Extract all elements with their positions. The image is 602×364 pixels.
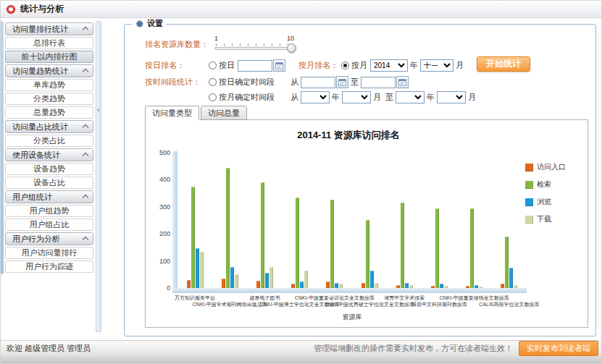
bar [200, 252, 204, 288]
slider-handle[interactable] [287, 43, 296, 53]
sidebar-item[interactable]: 设备占比 [5, 177, 93, 189]
y-tick-label: 500 [150, 149, 170, 156]
sidebar-item[interactable]: 单库趋势 [5, 79, 93, 91]
legend-label: 浏览 [537, 197, 551, 207]
bar [330, 200, 334, 288]
chevron-up-icon [83, 27, 88, 33]
pm-year-suffix: 年 [332, 92, 340, 103]
plot-area: 0100200300400500 [177, 153, 527, 288]
tab-active[interactable]: 访问量类型 [145, 106, 199, 120]
period-daily-radio[interactable] [209, 78, 217, 86]
rank-slider[interactable]: 1 10 [214, 35, 294, 54]
pm-month-suffix: 月 [373, 92, 381, 103]
period-monthly-from-year-select[interactable] [301, 91, 330, 103]
bar [475, 285, 478, 288]
period-monthly-from-label: 从 [290, 92, 298, 103]
bar [226, 168, 230, 288]
bar [304, 271, 308, 288]
sidebar-section-header[interactable]: 用户组统计 [5, 190, 93, 203]
bar [466, 286, 469, 288]
sidebar-item[interactable]: 用户组趋势 [5, 205, 93, 217]
sidebar-item[interactable]: 用户访问量排行 [5, 247, 93, 259]
month-select[interactable]: 十一 [420, 59, 453, 72]
period-daily-from-input[interactable] [301, 77, 335, 88]
bar [235, 274, 238, 288]
tab[interactable]: 访问总量 [201, 106, 247, 120]
bar [222, 279, 225, 288]
daily-calendar-button[interactable] [273, 59, 285, 72]
calendar-icon [398, 78, 406, 86]
gear-icon [135, 20, 144, 28]
sidebar-item[interactable]: 设备趋势 [5, 163, 93, 175]
sidebar-item[interactable]: 分类趋势 [5, 93, 93, 105]
bar [501, 284, 504, 288]
bar [291, 284, 295, 288]
sidebar-item[interactable]: 总量趋势 [5, 106, 93, 119]
slider-min: 1 [214, 35, 218, 42]
daily-rank-label: 按日排名： [145, 60, 209, 71]
bar [396, 285, 400, 288]
bar [339, 284, 343, 288]
legend-swatch [525, 164, 533, 172]
sidebar: 访问量排行统计总排行表前十以内排行图访问量趋势统计单库趋势分类趋势总量趋势访问量… [5, 21, 93, 273]
period-daily-label: 按日确定时间段 [219, 77, 285, 88]
chevron-up-icon [83, 124, 88, 130]
sidebar-item[interactable]: 前十以内排行图 [5, 51, 93, 63]
legend-item: 检索 [525, 179, 585, 190]
publish-button[interactable]: 实时发布到读者端 [519, 341, 598, 356]
bar [409, 285, 413, 288]
legend-item: 下载 [525, 214, 585, 224]
sidebar-section-header[interactable]: 访问量排行统计 [5, 22, 93, 35]
rank-mode-row: 按日排名： 按日 按月排名： 按月 2014 年 [145, 59, 466, 72]
sidebar-item[interactable]: 用户行为踪迹 [5, 261, 93, 273]
period-monthly-label: 按月确定时间段 [219, 92, 285, 103]
bar [335, 283, 338, 288]
start-statistics-button[interactable]: 开始统计 [477, 56, 530, 72]
bar [479, 287, 482, 288]
sidebar-item[interactable]: 总排行表 [5, 37, 93, 49]
x-axis-category: 维普中文科技期刊数据库 [411, 301, 467, 308]
monthly-rank-label: 按月排名： [298, 60, 338, 71]
bar-group [501, 237, 517, 288]
bar [505, 237, 509, 288]
period-monthly-to-year-select[interactable] [396, 91, 425, 103]
period-monthly-to-month-select[interactable] [437, 91, 466, 103]
sidebar-section-header[interactable]: 访问量占比统计 [5, 120, 93, 133]
y-tick-label: 0 [150, 284, 170, 292]
period-daily-to-input[interactable] [361, 77, 396, 88]
legend-swatch [525, 198, 533, 206]
slider-ticks [216, 43, 293, 46]
sidebar-section-header[interactable]: 用户行为分析 [5, 232, 93, 245]
period-monthly-row: 按月确定时间段 从 年 月 至 年 月 [145, 91, 478, 103]
bar [230, 267, 234, 288]
sidebar-item[interactable]: 用户组占比 [5, 219, 93, 231]
sidebar-item[interactable]: 分类占比 [5, 135, 93, 147]
period-monthly-from-month-select[interactable] [342, 91, 371, 103]
calendar-icon [338, 78, 346, 86]
year-select[interactable]: 2014 [370, 59, 408, 72]
sidebar-section-header[interactable]: 访问量趋势统计 [5, 64, 93, 77]
welcome-text: 欢迎 超级管理员 管理员 [7, 343, 91, 354]
period-to-calendar-button[interactable] [396, 76, 409, 88]
bar [435, 208, 439, 288]
legend-label: 访问入口 [537, 162, 566, 172]
bar-group [466, 208, 482, 288]
period-monthly-to-label: 至 [385, 92, 393, 103]
daily-date-input[interactable] [238, 60, 272, 72]
period-from-calendar-button[interactable] [336, 76, 348, 88]
monthly-radio-label: 按月 [351, 60, 367, 71]
sidebar-section-header[interactable]: 使用设备统计 [5, 148, 93, 161]
period-monthly-radio[interactable] [209, 93, 217, 101]
slider-max: 10 [287, 35, 294, 42]
slider-track[interactable] [214, 47, 294, 50]
legend-swatch [525, 216, 533, 224]
collapse-strip[interactable]: ‹ [96, 21, 101, 332]
bar [370, 271, 374, 288]
scrollbar[interactable] [1, 21, 4, 274]
bar [196, 248, 199, 288]
x-axis-category: CNKI-中国优秀硕士学位论文全文数据库 [325, 301, 414, 308]
daily-radio[interactable] [209, 62, 217, 69]
bar [509, 268, 513, 288]
bar-group [326, 200, 343, 288]
monthly-radio[interactable] [341, 62, 349, 69]
